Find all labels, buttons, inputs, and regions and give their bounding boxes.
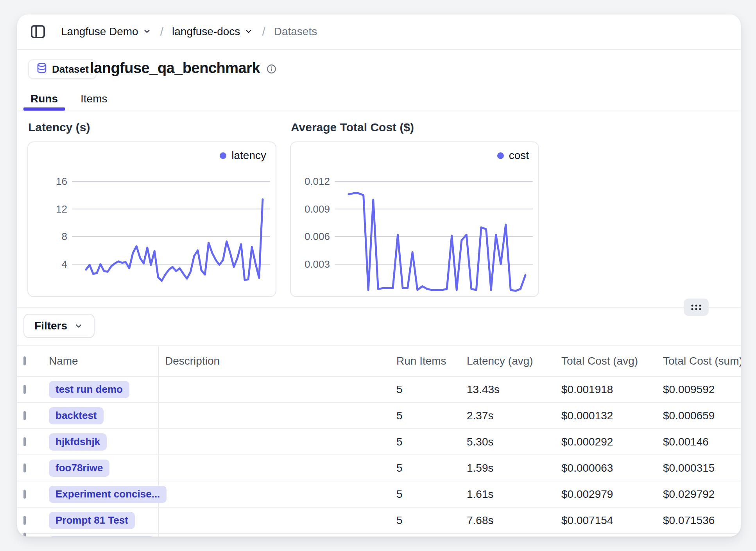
cell-run-items: 5 [390,383,461,396]
cell-run-items: 5 [390,488,461,501]
cell-latency-avg: 2.37s [461,410,556,422]
latency-line-plot: 481216 [28,142,276,296]
sidebar-toggle-icon[interactable] [29,23,47,41]
breadcrumb-org[interactable]: Langfuse Demo [61,25,152,39]
cell-total-cost-sum: $0.00146 [657,436,741,448]
latency-legend: latency [220,149,266,162]
cell-total-cost-sum: $0.000659 [657,410,741,422]
row-checkbox[interactable] [23,463,26,472]
cell-run-items: 5 [390,410,461,422]
cell-latency-avg: 1.59s [461,462,556,474]
dataset-name: langfuse_qa_benchmark [90,60,260,77]
main-card: Langfuse Demo / langfuse-docs / Datasets [17,14,741,537]
table-row: backtest 5 2.37s $0.000132 $0.000659 [17,403,741,429]
run-name-badge[interactable]: Experiment concise... [49,486,167,503]
svg-text:0.003: 0.003 [305,258,330,270]
chevron-down-icon [142,26,152,39]
column-header-total-cost-sum: Total Cost (sum) [657,355,741,367]
latency-chart-title: Latency (s) [28,121,90,134]
row-checkbox[interactable] [23,437,26,446]
cell-total-cost-avg: $0.000063 [556,462,657,474]
row-checkbox[interactable] [23,490,26,499]
runs-table: Name Description Run Items Latency (avg)… [17,345,741,537]
run-name-badge[interactable]: test run demo [49,381,129,398]
cell-total-cost-avg: $0.002979 [556,488,657,501]
dataset-type-badge: Dataset [28,59,97,79]
chevron-down-icon [244,26,253,39]
cell-total-cost-avg: $0.007154 [556,514,657,527]
run-name-badge[interactable]: backtest [49,407,104,424]
svg-text:0.012: 0.012 [305,175,330,187]
svg-text:0.006: 0.006 [305,231,330,242]
tab-runs[interactable]: Runs [23,89,65,111]
cost-line-plot: 0.0030.0060.0090.012 [291,142,538,296]
section-divider [17,307,741,308]
row-checkbox[interactable] [23,411,26,420]
cell-total-cost-avg: $0.000132 [556,410,657,422]
table-header-row: Name Description Run Items Latency (avg)… [17,346,741,377]
cell-run-items: 5 [390,514,461,527]
cell-total-cost-sum: $0.029792 [657,488,741,501]
legend-label: cost [509,149,529,162]
top-bar: Langfuse Demo / langfuse-docs / Datasets [17,14,741,50]
chevron-down-icon [73,321,84,331]
row-checkbox[interactable] [23,533,26,537]
svg-text:4: 4 [62,258,67,270]
legend-dot [220,152,226,159]
cell-total-cost-avg: $0.000292 [556,436,657,448]
table-row: hjkfdshjk 5 5.30s $0.000292 $0.00146 [17,429,741,455]
tab-list: Runs Items [23,89,114,111]
filters-button[interactable]: Filters [23,314,95,338]
run-name-badge[interactable] [49,536,154,537]
column-header-total-cost-avg: Total Cost (avg) [556,355,657,367]
cell-total-cost-avg: $0.001918 [556,383,657,396]
select-all-checkbox[interactable] [23,356,26,365]
cell-run-items: 5 [390,462,461,474]
cell-latency-avg: 13.43s [461,383,556,396]
column-header-description: Description [159,355,390,367]
info-icon[interactable] [266,64,277,74]
breadcrumb-org-label: Langfuse Demo [61,25,138,38]
row-checkbox[interactable] [23,516,26,525]
cell-latency-avg: 7.68s [461,514,556,527]
latency-chart: 481216 latency [27,141,276,297]
breadcrumb-project-label: langfuse-docs [172,25,240,38]
cost-legend: cost [497,149,529,162]
cell-latency-avg: 5.30s [461,436,556,448]
tab-items[interactable]: Items [73,89,114,111]
run-name-badge[interactable]: hjkfdshjk [49,433,107,451]
run-name-badge[interactable]: foo78riwe [49,460,109,477]
cost-chart-title: Average Total Cost ($) [291,121,414,134]
table-row: Prompt 81 Test 5 7.68s $0.007154 $0.0715… [17,508,741,534]
cell-latency-avg: 1.61s [461,488,556,501]
cell-total-cost-sum: $0.000315 [657,462,741,474]
run-name-badge[interactable]: Prompt 81 Test [49,512,135,529]
svg-text:12: 12 [56,203,67,215]
table-row: foo78riwe 5 1.59s $0.000063 $0.000315 [17,455,741,481]
svg-text:8: 8 [62,231,67,242]
filters-label: Filters [34,320,67,332]
table-row [17,534,741,537]
tabs-divider [17,111,741,111]
cell-run-items: 5 [390,436,461,448]
resize-drag-handle[interactable] [684,299,709,316]
svg-text:0.009: 0.009 [305,203,330,215]
cell-total-cost-sum: $0.071536 [657,514,741,527]
legend-label: latency [231,149,266,162]
table-row: test run demo 5 13.43s $0.001918 $0.0095… [17,377,741,403]
breadcrumb-separator: / [259,25,268,38]
breadcrumb-project[interactable]: langfuse-docs [172,25,253,39]
page-title: langfuse_qa_benchmark [90,60,277,77]
database-icon [36,62,48,77]
column-header-latency-avg: Latency (avg) [461,355,556,367]
breadcrumb-section[interactable]: Datasets [274,25,317,38]
row-checkbox[interactable] [23,385,26,394]
table-body: test run demo 5 13.43s $0.001918 $0.0095… [17,377,741,537]
column-header-run-items: Run Items [390,355,461,367]
dataset-type-label: Dataset [52,63,89,75]
table-row: Experiment concise... 5 1.61s $0.002979 … [17,481,741,508]
cell-total-cost-sum: $0.009592 [657,383,741,396]
svg-text:16: 16 [56,175,67,187]
column-header-name: Name [43,346,159,376]
grip-dots-icon [690,302,703,312]
